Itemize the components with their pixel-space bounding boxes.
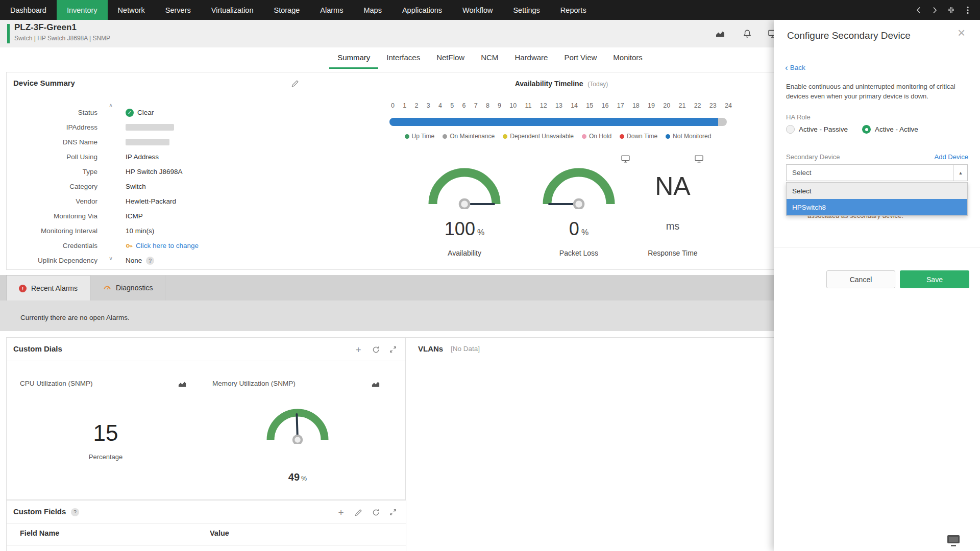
expand-icon[interactable] <box>388 508 398 517</box>
hour-tick-label: 15 <box>586 102 593 109</box>
alarm-tab-label: Recent Alarms <box>31 284 78 292</box>
cancel-button[interactable]: Cancel <box>826 270 895 288</box>
legend-label: Dependent Unavailable <box>510 133 574 140</box>
chevron-left-icon[interactable] <box>912 4 925 16</box>
alarm-tab-diagnostics[interactable]: Diagnostics <box>90 275 165 300</box>
alarm-icon: ! <box>19 284 27 293</box>
nav-item-virtualization[interactable]: Virtualization <box>201 0 264 20</box>
add-dial-icon[interactable]: + <box>354 345 363 354</box>
summary-row-ipaddress: IPAddress <box>7 120 344 135</box>
tab-port-view[interactable]: Port View <box>556 47 605 69</box>
refresh-icon[interactable] <box>371 508 380 517</box>
field-label: Monitoring Interval <box>7 227 97 235</box>
tab-ncm[interactable]: NCM <box>473 47 506 69</box>
help-icon[interactable]: ? <box>71 508 79 516</box>
device-title: PLZ-3F-Green1 <box>14 22 77 33</box>
custom-fields-header: Custom Fields ? + <box>7 500 406 524</box>
collapse-fullscreen-icon[interactable] <box>945 4 958 16</box>
hour-tick-label: 18 <box>632 102 640 109</box>
value-text: None <box>126 257 142 264</box>
tab-monitors[interactable]: Monitors <box>605 47 651 69</box>
tab-summary[interactable]: Summary <box>329 47 378 69</box>
support-console-icon[interactable] <box>946 534 961 548</box>
nav-item-workflow[interactable]: Workflow <box>452 0 503 20</box>
edit-icon[interactable] <box>291 80 299 89</box>
value-text: Switch <box>126 183 146 190</box>
field-label: Poll Using <box>7 153 97 161</box>
field-value <box>126 124 174 131</box>
dropdown-option-select[interactable]: Select <box>787 183 967 199</box>
alarm-tab-recent-alarms[interactable]: !Recent Alarms <box>6 275 90 300</box>
expand-icon[interactable] <box>388 345 398 354</box>
alarms-empty-message: Currently there are no open Alarms. <box>20 314 130 321</box>
nav-item-network[interactable]: Network <box>108 0 155 20</box>
cpu-chart-icon[interactable] <box>178 381 186 387</box>
response-time-block: NA ms Response Time <box>624 158 721 260</box>
nav-item-inventory[interactable]: Inventory <box>57 0 108 20</box>
field-value: Hewlett-Packard <box>126 197 176 205</box>
field-value: HP Switch J8698A <box>126 168 183 176</box>
hour-tick-label: 20 <box>663 102 670 109</box>
custom-dials-title: Custom Dials <box>13 344 62 353</box>
performance-chart-icon[interactable] <box>714 28 726 40</box>
tab-netflow[interactable]: NetFlow <box>428 47 473 69</box>
nav-item-applications[interactable]: Applications <box>392 0 452 20</box>
close-icon[interactable]: × <box>958 26 965 39</box>
availability-caption: Availability <box>421 249 508 257</box>
add-device-link[interactable]: Add Device <box>935 153 968 161</box>
top-nav: DashboardInventoryNetworkServersVirtuali… <box>0 0 980 20</box>
ha-role-option-active-passive[interactable]: Active - Passive <box>786 125 848 134</box>
edit-icon[interactable] <box>354 508 363 517</box>
availability-gauge: 100% Availability <box>421 158 508 260</box>
nav-item-dashboard[interactable]: Dashboard <box>0 0 57 20</box>
hour-tick-label: 6 <box>462 102 465 109</box>
hour-tick-label: 3 <box>427 102 430 109</box>
field-label: Monitoring Via <box>7 212 97 220</box>
tab-interfaces[interactable]: Interfaces <box>378 47 428 69</box>
legend-dot <box>405 134 409 139</box>
memory-chart-icon[interactable] <box>372 381 380 387</box>
nav-item-reports[interactable]: Reports <box>550 0 597 20</box>
summary-row-category: CategorySwitch <box>7 179 344 194</box>
refresh-icon[interactable] <box>371 345 380 354</box>
timeline-hours: 0123456789101112131415161718192021222324 <box>391 102 732 109</box>
nav-item-maps[interactable]: Maps <box>353 0 391 20</box>
dropdown-option-hpswitch8[interactable]: HPSwitch8 <box>787 199 967 215</box>
ha-role-option-active-active[interactable]: Active - Active <box>862 125 918 134</box>
secondary-device-label: Secondary Device <box>786 153 840 161</box>
device-summary-title: Device Summary <box>13 79 75 87</box>
value-text: 10 min(s) <box>126 227 154 235</box>
chevron-right-icon[interactable] <box>928 4 941 16</box>
help-icon[interactable]: ? <box>146 257 154 265</box>
field-label: DNS Name <box>7 138 97 146</box>
summary-row-dns-name: DNS Name <box>7 135 344 149</box>
hour-tick-label: 19 <box>648 102 655 109</box>
nav-item-servers[interactable]: Servers <box>155 0 201 20</box>
field-value: 10 min(s) <box>126 227 154 235</box>
kebab-menu-icon[interactable] <box>961 4 974 16</box>
device-subtitle: Switch | HP Switch J8698A | SNMP <box>14 35 110 42</box>
vlans-title: VLANs <box>418 344 443 353</box>
secondary-device-select[interactable]: Select ▲ <box>786 164 968 181</box>
nav-item-settings[interactable]: Settings <box>503 0 550 20</box>
summary-row-uplink-dependency: Uplink DependencyNone? <box>7 253 344 268</box>
field-value: Switch <box>126 183 146 190</box>
radio-label: Active - Active <box>875 126 918 133</box>
tab-hardware[interactable]: Hardware <box>506 47 556 69</box>
column-header-value: Value <box>210 529 229 537</box>
field-value: Click here to change <box>126 242 199 249</box>
credentials-change-link[interactable]: Click here to change <box>136 242 199 249</box>
summary-row-monitoring-interval: Monitoring Interval10 min(s) <box>7 223 344 238</box>
nav-item-alarms[interactable]: Alarms <box>310 0 353 20</box>
nav-item-storage[interactable]: Storage <box>264 0 310 20</box>
top-nav-items: DashboardInventoryNetworkServersVirtuali… <box>0 0 597 20</box>
hour-tick-label: 14 <box>571 102 578 109</box>
save-button[interactable]: Save <box>900 270 969 288</box>
legend-dot <box>666 134 670 139</box>
summary-row-vendor: VendorHewlett-Packard <box>7 194 344 209</box>
cpu-unit: Percentage <box>55 453 157 461</box>
alarm-bell-icon[interactable] <box>741 28 753 40</box>
add-field-icon[interactable]: + <box>336 508 346 517</box>
value-text: IP Address <box>126 153 159 161</box>
back-link[interactable]: ‹ Back <box>785 63 805 72</box>
